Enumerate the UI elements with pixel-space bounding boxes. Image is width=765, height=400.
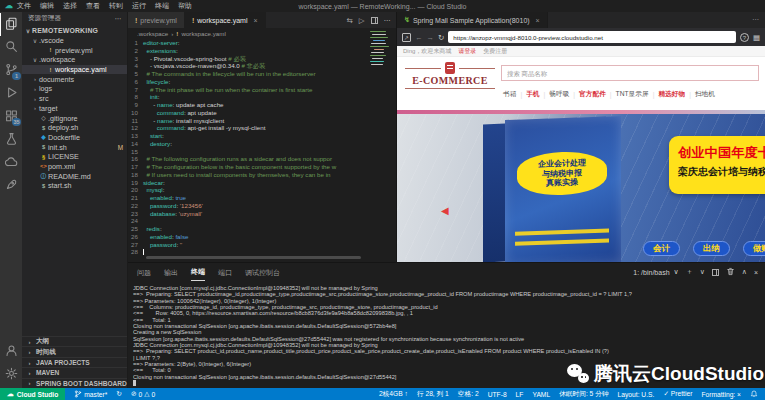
maximize-panel-icon[interactable]: ∧ (742, 268, 747, 276)
minimap[interactable] (368, 30, 394, 80)
sidebar-section-java-projects[interactable]: ›JAVA PROJECTS (22, 357, 127, 367)
editor-tab-workspace-yaml[interactable]: !workspace.yaml× (185, 12, 266, 28)
tree-item-license[interactable]: §LICENSE (22, 152, 127, 162)
breadcrumb-item[interactable]: .workspace (137, 30, 168, 37)
run-icon[interactable]: ▷ (359, 16, 365, 25)
sync-button[interactable]: ↻ (116, 390, 122, 398)
site-nav-item[interactable]: 扫地机 (691, 90, 719, 99)
new-terminal-icon[interactable]: ＋ (686, 267, 693, 277)
tree-item-logs[interactable]: ›logs (22, 84, 127, 94)
close-panel-icon[interactable]: × (754, 269, 758, 276)
menu-item[interactable]: 文件 (17, 1, 31, 11)
forward-icon[interactable]: → (427, 33, 435, 42)
activity-item-settings[interactable] (0, 363, 22, 386)
status-item[interactable]: UTF-8 (488, 391, 507, 398)
qr-code-icon[interactable]: ▦ (753, 33, 760, 42)
tree-item-deploy-sh[interactable]: $deploy.sh (22, 123, 127, 133)
menu-item[interactable]: 转到 (109, 1, 123, 11)
status-item[interactable]: YAML (532, 391, 550, 398)
tree-item-readme-md[interactable]: ⓘREADME.md (22, 171, 127, 181)
sidebar-section-maven[interactable]: ›MAVEN (22, 367, 127, 377)
tree-item-pom-xml[interactable]: <>pom.xml (22, 162, 127, 172)
status-item[interactable]: LF (516, 391, 524, 398)
category-pill[interactable]: 会计 (643, 241, 680, 256)
split-editor-icon[interactable] (371, 17, 378, 24)
code-editor[interactable]: 1editor-server:2 extensions:3 - Pivotal.… (128, 39, 396, 256)
panel-tab-问题[interactable]: 问题 (137, 265, 151, 281)
promo-card[interactable]: 创业中国年度十大杰 栾庆忠会计培与纳税|实 (669, 136, 765, 194)
panel-tab-终端[interactable]: 终端 (191, 264, 205, 281)
site-nav-item[interactable]: TNT显示屏 (612, 90, 653, 99)
tree-item--workspace[interactable]: ∨.workspace (22, 55, 127, 65)
tree-item-workspace-yaml[interactable]: !workspace.yaml (22, 65, 127, 75)
tree-item--vscode[interactable]: ∨.vscode (22, 36, 127, 46)
open-external-icon[interactable]: ↗ (402, 33, 411, 42)
open-changes-icon[interactable]: ⇆ (346, 16, 352, 25)
more-actions-icon[interactable]: ⋯ (384, 16, 392, 25)
status-item[interactable]: Layout: U.S. (618, 391, 655, 398)
sidebar-section--[interactable]: ›大纲 (22, 336, 127, 346)
site-nav-item[interactable]: 官方配件 (575, 90, 610, 99)
problems-indicator[interactable]: ⊘ 0 △ 0 (131, 390, 155, 398)
activity-item-account[interactable] (0, 340, 22, 363)
panel-tab-调试控制台[interactable]: 调试控制台 (245, 265, 280, 281)
sidebar-section--[interactable]: ›时间线 (22, 346, 127, 356)
menu-item[interactable]: 终端 (155, 1, 169, 11)
login-link[interactable]: 请登录 (458, 47, 476, 56)
status-item[interactable]: 行 28, 列 1 (417, 390, 449, 399)
tree-item-start-sh[interactable]: $start.sh (22, 181, 127, 191)
category-pill[interactable]: 做账 (743, 241, 765, 256)
git-branch-indicator[interactable]: master* (74, 390, 107, 399)
preview-tab-close-icon[interactable]: × (536, 17, 540, 24)
activity-item-cloud[interactable] (0, 151, 22, 174)
panel-tab-端口[interactable]: 端口 (218, 265, 232, 281)
site-nav-item[interactable]: 精选好物 (654, 90, 689, 99)
menu-item[interactable]: 运行 (132, 1, 146, 11)
carousel-prev-icon[interactable]: ◀ (441, 206, 449, 216)
activity-item-remote[interactable] (0, 174, 22, 197)
kill-terminal-icon[interactable] (726, 267, 735, 277)
hero-banner[interactable]: 企业会计处理与纳税申报真账实操 ◀ 创业中国年度十大杰 栾庆忠会计培与纳税|实 … (397, 110, 765, 262)
refresh-icon[interactable]: ↻ (438, 33, 444, 42)
terminal-shell-select[interactable]: 1: /bin/bash ∨ (633, 268, 678, 276)
preview-more-actions-icon[interactable]: ⋯ (752, 12, 765, 28)
editor-horizontal-scrollbar[interactable] (146, 256, 361, 259)
sidebar-more-actions-icon[interactable]: ⋯ (114, 15, 121, 23)
split-terminal-icon[interactable] (712, 269, 719, 276)
chevron-down-icon[interactable]: ∨ (700, 268, 705, 276)
breadcrumb-item[interactable]: workspace.yaml (181, 30, 225, 37)
status-item[interactable]: 2核4GB ↑ (379, 390, 408, 399)
activity-item-testing[interactable] (0, 128, 22, 151)
site-search-input[interactable] (501, 65, 759, 81)
menu-item[interactable]: 编辑 (40, 1, 54, 11)
bell-icon[interactable] (750, 390, 758, 398)
editor-tab-preview-yml[interactable]: !preview.yml (128, 12, 185, 28)
activity-item-run-debug[interactable] (0, 82, 22, 105)
activity-item-search[interactable] (0, 36, 22, 59)
site-nav-item[interactable]: 手机 (522, 90, 543, 99)
activity-item-source-control[interactable]: 1 (0, 59, 22, 82)
activity-item-explorer[interactable] (0, 13, 22, 36)
site-nav-item[interactable]: 畅呼吸 (545, 90, 573, 99)
site-logo[interactable]: E-COMMERCE (405, 62, 495, 89)
status-item[interactable]: 空格: 2 (458, 390, 479, 399)
url-input[interactable] (448, 31, 736, 43)
menu-item[interactable]: 选择 (63, 1, 77, 11)
site-nav-item[interactable]: 书籍 (499, 90, 520, 99)
tree-item-src[interactable]: ›src (22, 94, 127, 104)
status-item[interactable]: ✓ Prettier (663, 390, 692, 398)
tree-item-preview-yml[interactable]: !preview.yml (22, 45, 127, 55)
register-link[interactable]: 免费注册 (483, 47, 507, 56)
preview-tab[interactable]: ↯ Spring Mall Sample Application(8010) × (397, 12, 548, 28)
menu-item[interactable]: 帮助 (178, 1, 192, 11)
category-pill[interactable]: 出纳 (693, 241, 730, 256)
tree-item-documents[interactable]: ›documents (22, 74, 127, 84)
tree-item--gitignore[interactable]: ◇.gitignore (22, 113, 127, 123)
tree-item-init-sh[interactable]: $init.shM (22, 142, 127, 152)
status-item[interactable]: Formatting: × (701, 391, 741, 398)
tree-item-remoteworking[interactable]: ∨REMOTEWORKING (22, 26, 127, 36)
cloud-studio-badge[interactable]: ☁ Cloud Studio (0, 388, 65, 400)
close-icon[interactable]: × (253, 17, 257, 24)
back-icon[interactable]: ← (415, 33, 423, 42)
breadcrumb[interactable]: .workspace›!workspace.yaml (128, 28, 396, 38)
